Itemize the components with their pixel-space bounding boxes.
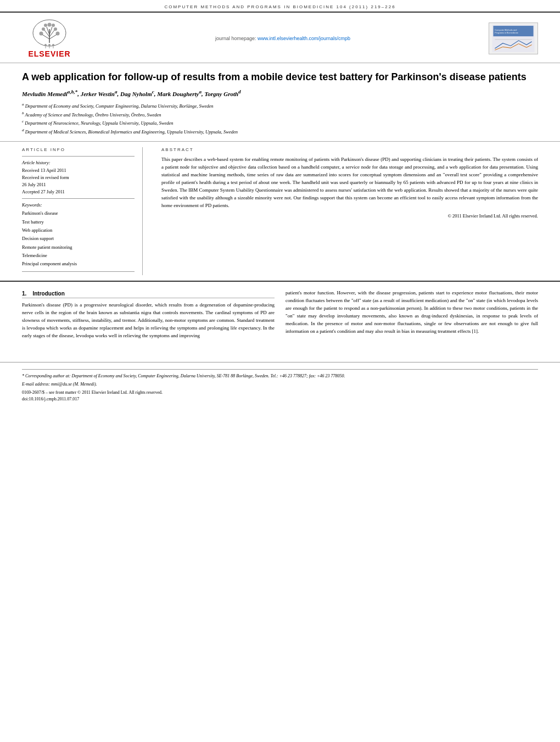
section-1-heading: 1. Introduction bbox=[22, 291, 275, 298]
article-main-title: A web application for follow-up of resul… bbox=[22, 71, 538, 83]
keyword-6: Telemedicine bbox=[22, 252, 135, 260]
divider-2 bbox=[22, 198, 135, 199]
abstract-copyright: © 2011 Elsevier Ireland Ltd. All rights … bbox=[161, 213, 538, 219]
keyword-5: Remote patient monitoring bbox=[22, 243, 135, 252]
svg-point-17 bbox=[48, 44, 51, 46]
revised-date: 26 July 2011 bbox=[22, 181, 135, 188]
journal-logo-right: Computer Methods and Programs in Biomedi… bbox=[489, 23, 538, 54]
journal-homepage-label: journal homepage: bbox=[215, 36, 256, 41]
section-1-right-text: patient's motor function. However, with … bbox=[285, 289, 538, 336]
section-1-title: Introduction bbox=[32, 291, 64, 297]
svg-text:Computer Methods and: Computer Methods and bbox=[495, 29, 517, 31]
keyword-4: Decision support bbox=[22, 235, 135, 243]
doi-text: doi:10.1016/j.cmpb.2011.07.017 bbox=[22, 396, 538, 403]
svg-point-13 bbox=[52, 24, 55, 27]
authors-line: Mevludin Memedia,b,*, Jerker Westina, Da… bbox=[22, 89, 538, 97]
abstract-col: ABSTRACT This paper describes a web-base… bbox=[154, 147, 538, 275]
section-1-number: 1. bbox=[22, 291, 26, 297]
corresponding-author-note: * Corresponding author at: Department of… bbox=[22, 373, 538, 380]
affil-d: d Department of Medical Sciences, Biomed… bbox=[22, 127, 538, 136]
main-left-col: 1. Introduction Parkinson's disease (PD)… bbox=[22, 289, 275, 343]
main-content: 1. Introduction Parkinson's disease (PD)… bbox=[0, 282, 560, 351]
svg-point-12 bbox=[54, 27, 57, 31]
affiliations: a Department of Economy and Society, Com… bbox=[22, 102, 538, 135]
journal-header-text: COMPUTER METHODS AND PROGRAMS IN BIOMEDI… bbox=[164, 4, 395, 9]
cmpb-cover-icon: Computer Methods and Programs in Biomedi… bbox=[491, 25, 535, 52]
elsevier-tree-icon bbox=[30, 18, 69, 48]
svg-point-19 bbox=[52, 44, 54, 46]
logo-row: ELSEVIER journal homepage: www.intl.else… bbox=[0, 13, 560, 63]
keywords-list: Parkinson's disease Test battery Web app… bbox=[22, 209, 135, 268]
received-date: Received 13 April 2011 bbox=[22, 167, 135, 174]
divider-3 bbox=[22, 271, 135, 272]
article-title-section: A web application for follow-up of resul… bbox=[0, 63, 560, 142]
keyword-7: Principal component analysis bbox=[22, 260, 135, 268]
history-label: Article history: bbox=[22, 160, 135, 165]
svg-point-14 bbox=[48, 23, 52, 27]
accepted-date: Accepted 27 July 2011 bbox=[22, 188, 135, 196]
elsevier-brand-text: ELSEVIER bbox=[28, 49, 70, 58]
svg-point-15 bbox=[44, 44, 47, 46]
section-1-left-text: Parkinson's disease (PD) is a progressiv… bbox=[22, 302, 275, 340]
footer-divider bbox=[22, 369, 538, 370]
page: COMPUTER METHODS AND PROGRAMS IN BIOMEDI… bbox=[0, 0, 560, 742]
affil-b: b Academy of Science and Technology, Öre… bbox=[22, 110, 538, 119]
affil-a: a Department of Economy and Society, Com… bbox=[22, 102, 538, 110]
two-col-section: ARTICLE INFO Article history: Received 1… bbox=[0, 142, 560, 282]
journal-link-area: journal homepage: www.intl.elsevierhealt… bbox=[88, 36, 478, 41]
keyword-1: Parkinson's disease bbox=[22, 209, 135, 217]
article-info-header: ARTICLE INFO bbox=[22, 147, 135, 152]
svg-point-9 bbox=[42, 27, 45, 31]
divider-1 bbox=[22, 156, 135, 157]
affil-c: c Department of Neuroscience, Neurology,… bbox=[22, 119, 538, 127]
keywords-label: Keywords: bbox=[22, 202, 135, 208]
keyword-2: Test battery bbox=[22, 218, 135, 226]
svg-point-10 bbox=[44, 24, 47, 27]
main-right-col: patient's motor function. However, with … bbox=[285, 289, 538, 343]
svg-text:Programs in Biomedicine: Programs in Biomedicine bbox=[495, 32, 518, 34]
keyword-3: Web application bbox=[22, 226, 135, 235]
svg-line-6 bbox=[49, 30, 54, 37]
article-info-col: ARTICLE INFO Article history: Received 1… bbox=[22, 147, 143, 275]
svg-point-8 bbox=[40, 32, 43, 36]
abstract-text: This paper describes a web-based system … bbox=[161, 156, 538, 210]
svg-point-11 bbox=[56, 32, 60, 36]
journal-header: COMPUTER METHODS AND PROGRAMS IN BIOMEDI… bbox=[0, 0, 560, 13]
abstract-header: ABSTRACT bbox=[161, 147, 538, 152]
license-text: 0169-2607/$ – see front matter © 2011 El… bbox=[22, 389, 538, 396]
elsevier-logo: ELSEVIER bbox=[22, 18, 77, 58]
page-footer: * Corresponding author at: Department of… bbox=[0, 362, 560, 406]
svg-line-3 bbox=[44, 30, 49, 37]
journal-homepage-url[interactable]: www.intl.elsevierhealth.com/journals/cmp… bbox=[257, 36, 350, 41]
email-note: E-mail address: mmi@du.se (M. Memedi). bbox=[22, 381, 538, 388]
revised-label: Received in revised form bbox=[22, 174, 135, 181]
